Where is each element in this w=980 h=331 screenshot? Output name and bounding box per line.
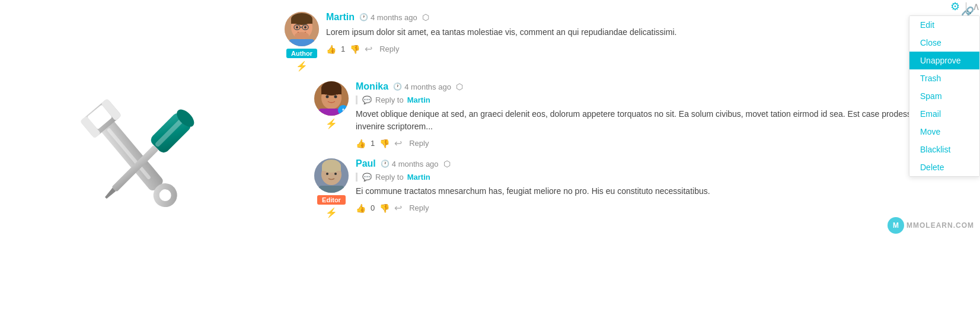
svg-point-35 xyxy=(326,173,328,175)
comment-block-paul: Editor ⚡ Paul 🕐 4 months ago ⬡ 💬 Reply t… xyxy=(314,158,962,218)
menu-item-spam[interactable]: Spam xyxy=(909,87,979,105)
menu-item-close[interactable]: Close xyxy=(909,34,979,52)
reply-to-label-monika: Reply to xyxy=(375,96,404,104)
rss-icon-monika: ⚡ xyxy=(325,118,337,129)
svg-rect-27 xyxy=(321,88,341,94)
avatar-paul xyxy=(314,158,349,193)
menu-item-trash[interactable]: Trash xyxy=(909,69,979,87)
gear-icon-button[interactable]: ⚙ xyxy=(950,0,960,13)
avatar-col-martin: Author ⚡ xyxy=(285,12,319,72)
clock-icon-monika: 🕐 xyxy=(393,82,402,91)
comment-content-monika: Monika 🕐 4 months ago ⬡ 💬 Reply to Marti… xyxy=(356,81,962,149)
comment-text-martin: Lorem ipsum dolor sit amet, ea tantas mo… xyxy=(326,26,962,39)
menu-item-blacklist[interactable]: Blacklist xyxy=(909,141,979,158)
comment-meta-paul: 🕐 4 months ago xyxy=(381,160,439,168)
comment-content-paul: Paul 🕐 4 months ago ⬡ 💬 Reply to Martin … xyxy=(356,158,962,218)
comment-header-monika: Monika 🕐 4 months ago ⬡ xyxy=(356,81,962,92)
comment-block-monika: t ⚡ Monika 🕐 4 months ago ⬡ 💬 Reply to M… xyxy=(314,81,962,149)
share-icon-paul[interactable]: ⬡ xyxy=(443,159,451,168)
dislike-button-paul[interactable]: 👎 xyxy=(379,203,390,213)
share-icon-martin[interactable]: ⬡ xyxy=(422,12,429,22)
reply-button-martin[interactable]: Reply xyxy=(379,44,399,53)
svg-rect-16 xyxy=(291,19,312,24)
reply-to-line-monika: 💬 Reply to Martin xyxy=(356,96,962,104)
menu-item-email[interactable]: Email xyxy=(909,105,979,123)
reply-to-label-paul: Reply to xyxy=(375,173,404,182)
dislike-button-monika[interactable]: 👎 xyxy=(379,139,390,148)
like-count-paul: 0 xyxy=(371,203,375,212)
clock-icon-martin: 🕐 xyxy=(359,13,368,21)
like-button-paul[interactable]: 👍 xyxy=(356,203,366,213)
comment-actions-martin: 👍 1 👎 ↩ Reply xyxy=(326,43,962,55)
comment-block-martin: Author ⚡ Martin 🕐 4 months ago ⬡ Lorem i… xyxy=(285,12,962,72)
svg-rect-37 xyxy=(319,186,344,193)
dropdown-menu: Edit Close Unapprove Trash Spam Email Mo… xyxy=(909,15,980,177)
comment-header-martin: Martin 🕐 4 months ago ⬡ xyxy=(326,12,962,23)
avatar-col-monika: t ⚡ xyxy=(314,81,349,149)
svg-point-28 xyxy=(326,96,329,98)
comment-time-paul: 4 months ago xyxy=(392,160,439,168)
reply-arrow-monika: ↩ xyxy=(394,138,402,149)
comment-time-martin: 4 months ago xyxy=(371,13,417,22)
left-panel xyxy=(0,0,279,331)
svg-point-22 xyxy=(295,32,309,39)
like-button-martin[interactable]: 👍 xyxy=(326,44,336,54)
reply-to-author-monika: Martin xyxy=(407,96,430,104)
comment-author-paul: Paul xyxy=(356,158,376,169)
rss-icon-paul: ⚡ xyxy=(325,207,337,218)
reply-arrow-paul: ↩ xyxy=(394,202,402,214)
watermark-logo: M xyxy=(888,217,904,234)
watermark-text: MMOLEARN.COM xyxy=(906,221,974,230)
editor-badge: Editor xyxy=(317,195,346,205)
comment-actions-monika: 👍 1 👎 ↩ Reply xyxy=(356,138,962,149)
svg-rect-34 xyxy=(322,166,341,171)
reply-icon-paul: 💬 xyxy=(362,173,372,182)
menu-item-move[interactable]: Move xyxy=(909,123,979,141)
rss-icon-martin: ⚡ xyxy=(296,61,308,72)
watermark: M MMOLEARN.COM xyxy=(888,217,974,234)
comment-actions-paul: 👍 0 👎 ↩ Reply xyxy=(356,202,962,214)
svg-point-36 xyxy=(334,173,337,175)
svg-point-21 xyxy=(304,26,307,28)
author-badge: Author xyxy=(286,49,317,58)
menu-item-delete[interactable]: Delete xyxy=(909,158,979,176)
svg-point-29 xyxy=(334,96,337,98)
reply-to-line-paul: 💬 Reply to Martin xyxy=(356,173,962,182)
comment-header-paul: Paul 🕐 4 months ago ⬡ xyxy=(356,158,962,169)
comment-meta-martin: 🕐 4 months ago xyxy=(359,13,417,22)
comment-content-martin: Martin 🕐 4 months ago ⬡ Lorem ipsum dolo… xyxy=(326,12,962,72)
gear-bar: ⚙ | ∧ xyxy=(950,0,980,13)
reply-to-author-paul: Martin xyxy=(407,173,430,182)
comment-text-paul: Ei commune tractatos mnesarchum has, feu… xyxy=(356,185,962,198)
svg-rect-23 xyxy=(289,39,314,46)
dislike-button-martin[interactable]: 👎 xyxy=(350,44,360,54)
reply-arrow-martin: ↩ xyxy=(365,43,372,55)
context-menu-area: ⚙ | ∧ Edit Close Unapprove Trash Spam Em… xyxy=(909,0,980,177)
reply-button-paul[interactable]: Reply xyxy=(409,203,429,212)
comment-author-monika: Monika xyxy=(356,81,388,92)
share-icon-monika[interactable]: ⬡ xyxy=(456,82,463,91)
comment-text-monika: Movet oblique denique at sed, an graeci … xyxy=(356,108,962,133)
avatar-col-paul: Editor ⚡ xyxy=(314,158,349,218)
tools-image xyxy=(39,63,240,268)
gear-divider: | xyxy=(965,1,968,13)
like-button-monika[interactable]: 👍 xyxy=(356,139,366,148)
reply-icon-monika: 💬 xyxy=(362,96,372,104)
reply-button-monika[interactable]: Reply xyxy=(409,139,429,148)
right-panel: 🔗 xyxy=(279,0,980,240)
avatar-martin xyxy=(285,12,319,46)
comment-meta-monika: 🕐 4 months ago xyxy=(393,82,451,91)
like-count-monika: 1 xyxy=(371,139,375,148)
menu-item-unapprove[interactable]: Unapprove xyxy=(909,52,979,69)
chevron-up-button[interactable]: ∧ xyxy=(972,0,980,13)
twitter-badge-monika: t xyxy=(338,105,349,116)
svg-marker-11 xyxy=(104,188,116,200)
clock-icon-paul: 🕐 xyxy=(381,160,390,168)
svg-point-20 xyxy=(296,26,298,28)
menu-item-edit[interactable]: Edit xyxy=(909,16,979,34)
avatar-monika: t xyxy=(314,81,349,116)
comment-author-martin: Martin xyxy=(326,12,355,23)
like-count-martin: 1 xyxy=(341,44,345,53)
comment-time-monika: 4 months ago xyxy=(404,82,451,91)
